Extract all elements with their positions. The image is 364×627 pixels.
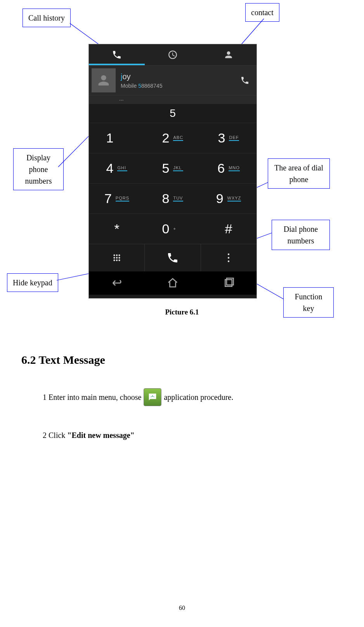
key-7[interactable]: 7PQRS xyxy=(89,183,145,214)
callout-call-history: Call history xyxy=(23,9,71,27)
figure-caption: Picture 6.1 xyxy=(0,308,364,316)
contact-phone-prefix: Mobile xyxy=(121,83,138,89)
key-hash[interactable]: # xyxy=(201,214,257,244)
android-navbar xyxy=(89,271,257,295)
svg-point-12 xyxy=(118,257,120,259)
dial-button[interactable] xyxy=(145,244,201,271)
step-2-bold: "Edit new message" xyxy=(67,431,134,439)
key-6[interactable]: 6MNO xyxy=(201,153,257,183)
phone-screenshot: joy Mobile 58868745 ... 5 1 2ABC 3DEF 4G… xyxy=(88,44,257,299)
home-icon[interactable] xyxy=(167,277,179,289)
key-3[interactable]: 3DEF xyxy=(201,123,257,153)
svg-point-11 xyxy=(116,257,117,259)
page-number: 60 xyxy=(0,604,364,611)
contact-info: joy Mobile 58868745 xyxy=(118,72,233,89)
keypad-icon xyxy=(112,253,122,263)
hide-keypad-button[interactable] xyxy=(89,244,145,271)
tab-bar xyxy=(89,44,257,66)
svg-point-18 xyxy=(228,261,229,262)
phone-icon xyxy=(240,76,250,85)
recents-icon[interactable] xyxy=(223,277,234,289)
back-icon[interactable] xyxy=(111,277,123,289)
tab-recent[interactable] xyxy=(145,44,201,65)
callout-hide-keypad: Hide keypad xyxy=(7,273,58,292)
svg-point-15 xyxy=(118,259,120,261)
messaging-app-icon xyxy=(144,388,161,406)
key-9[interactable]: 9WXYZ xyxy=(201,183,257,214)
contact-phone-match: 5 xyxy=(138,83,141,89)
clock-icon xyxy=(168,50,178,60)
key-0[interactable]: 0+ xyxy=(145,214,201,244)
contact-phone-rest: 8868745 xyxy=(141,83,163,89)
keypad: 1 2ABC 3DEF 4GHI 5JKL 6MNO 7PQRS 8TUV 9W… xyxy=(89,123,257,244)
person-icon xyxy=(224,50,234,60)
step-2: 2 Click "Edit new message" xyxy=(43,431,135,440)
step-1-text-before: 1 Enter into main menu, choose xyxy=(43,393,141,402)
phone-icon xyxy=(166,252,179,264)
svg-point-17 xyxy=(228,257,229,259)
dialer-action-bar xyxy=(89,244,257,271)
key-8[interactable]: 8TUV xyxy=(145,183,201,214)
contact-call-button[interactable] xyxy=(233,76,257,85)
callout-display-phone-numbers: Display phone numbers xyxy=(13,148,64,190)
callout-area-dial-phone: The area of dial phone xyxy=(268,158,330,189)
section-heading: 6.2 Text Message xyxy=(21,353,105,366)
svg-point-8 xyxy=(116,254,117,256)
contact-name: joy xyxy=(121,72,233,81)
matching-contact-row[interactable]: joy Mobile 58868745 xyxy=(89,66,257,96)
svg-point-10 xyxy=(113,257,115,259)
key-5[interactable]: 5JKL xyxy=(145,153,201,183)
overflow-menu-button[interactable] xyxy=(201,244,257,271)
svg-point-21 xyxy=(152,395,153,396)
key-4[interactable]: 4GHI xyxy=(89,153,145,183)
step-2-text-before: 2 Click xyxy=(43,431,67,439)
contact-phone: Mobile 58868745 xyxy=(121,83,233,89)
svg-point-14 xyxy=(116,259,117,261)
svg-point-13 xyxy=(113,259,115,261)
svg-point-7 xyxy=(113,254,115,256)
overflow-icon xyxy=(227,253,230,263)
phone-icon xyxy=(112,50,122,60)
step-1-text-after: application procedure. xyxy=(164,393,233,402)
key-star[interactable]: * xyxy=(89,214,145,244)
tab-dialer[interactable] xyxy=(89,44,145,65)
contact-avatar xyxy=(92,68,116,92)
step-1: 1 Enter into main menu, choose applicati… xyxy=(43,388,233,406)
callout-contact: contact xyxy=(245,3,279,22)
key-2[interactable]: 2ABC xyxy=(145,123,201,153)
dialed-number-display: 5 xyxy=(89,104,257,123)
key-1[interactable]: 1 xyxy=(89,123,145,153)
svg-point-9 xyxy=(118,254,120,256)
svg-point-16 xyxy=(228,254,229,255)
more-contacts-ellipsis: ... xyxy=(89,96,257,104)
tab-contacts[interactable] xyxy=(201,44,257,65)
callout-dial-phone-numbers: Dial phone numbers xyxy=(272,220,330,250)
contact-name-rest: oy xyxy=(122,72,130,81)
